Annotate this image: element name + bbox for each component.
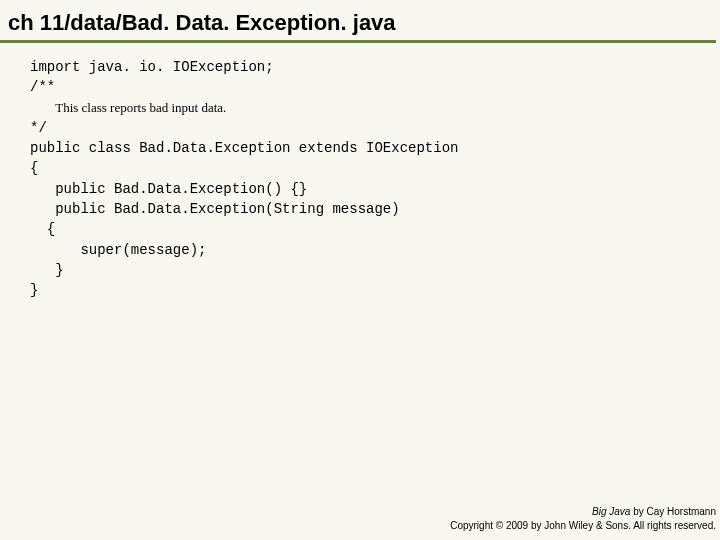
footer: Big Java by Cay Horstmann Copyright © 20… [450, 505, 716, 532]
page-title: ch 11/data/Bad. Data. Exception. java [0, 0, 716, 43]
code-line: /** [30, 77, 712, 97]
book-title: Big Java [592, 506, 630, 517]
comment-text: This class reports bad input data. [55, 100, 226, 115]
code-line: */ [30, 118, 712, 138]
code-line: super(message); [30, 240, 712, 260]
code-line: import java. io. IOException; [30, 57, 712, 77]
code-line: public Bad.Data.Exception() {} [30, 179, 712, 199]
code-block: import java. io. IOException; /** This c… [0, 43, 720, 301]
code-comment-line: This class reports bad input data. [30, 98, 712, 118]
code-line: } [30, 260, 712, 280]
code-line: { [30, 219, 712, 239]
code-line: public class Bad.Data.Exception extends … [30, 138, 712, 158]
code-line: { [30, 158, 712, 178]
footer-copyright: Copyright © 2009 by John Wiley & Sons. A… [450, 519, 716, 533]
book-author: by Cay Horstmann [630, 506, 716, 517]
code-line: public Bad.Data.Exception(String message… [30, 199, 712, 219]
code-line: } [30, 280, 712, 300]
footer-line-1: Big Java by Cay Horstmann [450, 505, 716, 519]
comment-indent [30, 100, 55, 116]
